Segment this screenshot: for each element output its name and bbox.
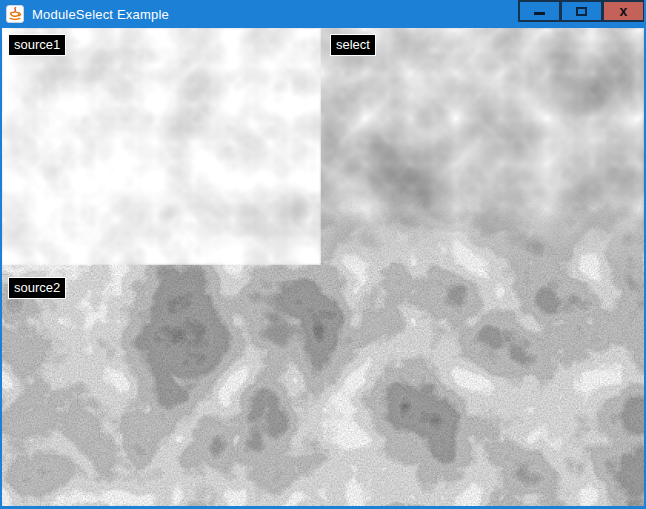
window-controls: x bbox=[518, 0, 645, 26]
java-coffee-cup-icon bbox=[6, 5, 24, 23]
close-x-icon: x bbox=[620, 4, 628, 18]
close-button[interactable]: x bbox=[602, 0, 645, 22]
window-title: ModuleSelect Example bbox=[32, 7, 169, 22]
render-canvas: source1 select source2 bbox=[2, 28, 644, 506]
select-label: select bbox=[330, 34, 376, 56]
titlebar[interactable]: ModuleSelect Example x bbox=[0, 0, 646, 28]
maximize-button[interactable] bbox=[560, 0, 603, 22]
app-window: ModuleSelect Example x bbox=[0, 0, 646, 509]
source2-label: source2 bbox=[8, 277, 66, 299]
source1-preview-noise-layer bbox=[2, 28, 321, 265]
minimize-button[interactable] bbox=[518, 0, 561, 22]
minimize-dash-icon bbox=[534, 12, 545, 15]
source1-label: source1 bbox=[8, 34, 66, 56]
noise-image bbox=[2, 28, 644, 506]
maximize-square-icon bbox=[576, 7, 587, 16]
